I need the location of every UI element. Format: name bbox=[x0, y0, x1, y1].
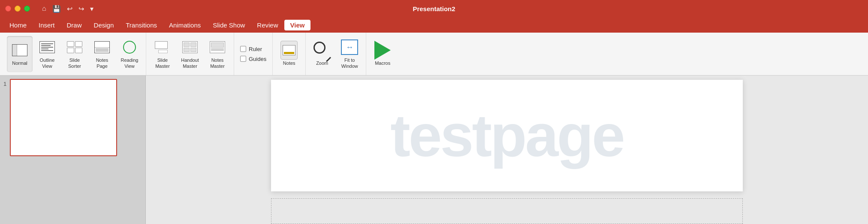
notes-page-button[interactable]: NotesPage bbox=[89, 36, 115, 72]
slide-canvas: testpage bbox=[146, 76, 868, 224]
outline-view-label: OutlineView bbox=[40, 58, 55, 69]
checkbox-group: Ruler Guides bbox=[238, 36, 269, 72]
notes-bar bbox=[284, 52, 294, 54]
notes-master-button[interactable]: NotesMaster bbox=[205, 36, 230, 72]
reading-view-button[interactable]: ReadingView bbox=[117, 36, 142, 72]
play-triangle bbox=[374, 41, 391, 60]
fit-window-shape bbox=[341, 39, 358, 55]
undo-icon[interactable]: ↩ bbox=[67, 5, 72, 13]
redo-icon[interactable]: ↪ bbox=[78, 5, 84, 13]
guides-checkbox[interactable]: Guides bbox=[240, 56, 266, 62]
menu-view[interactable]: View bbox=[284, 20, 311, 30]
slide-thumb-wrapper: 1 bbox=[3, 79, 142, 156]
notes-inner-shape bbox=[283, 45, 295, 55]
macros-icon-shape bbox=[374, 42, 391, 59]
home-icon[interactable]: ⌂ bbox=[42, 5, 46, 12]
notes-page-label: NotesPage bbox=[96, 58, 108, 69]
minimize-button[interactable] bbox=[15, 6, 21, 12]
close-button[interactable] bbox=[5, 6, 11, 12]
reading-view-label: ReadingView bbox=[121, 58, 139, 69]
slide-panel: 1 bbox=[0, 76, 146, 224]
main-area: 1 testpage bbox=[0, 76, 868, 224]
macros-icon bbox=[374, 42, 391, 59]
notes-button[interactable]: Notes bbox=[276, 36, 302, 72]
normal-button[interactable]: Normal bbox=[7, 36, 33, 72]
title-bar: ⌂ 💾 ↩ ↪ ▾ Presentation2 bbox=[0, 0, 868, 17]
slide-master-shape bbox=[155, 41, 170, 53]
zoom-icon bbox=[313, 42, 331, 59]
outline-icon-shape bbox=[39, 41, 55, 53]
magnify-circle bbox=[313, 42, 326, 54]
traffic-lights bbox=[5, 6, 30, 12]
menu-draw[interactable]: Draw bbox=[61, 20, 88, 30]
menu-insert[interactable]: Insert bbox=[33, 20, 61, 30]
slide-master-button[interactable]: SlideMaster bbox=[150, 36, 175, 72]
menu-bar: Home Insert Draw Design Transitions Anim… bbox=[0, 17, 868, 33]
slide-sorter-shape bbox=[67, 41, 82, 53]
ruler-checkbox-box[interactable] bbox=[240, 46, 246, 52]
guides-label: Guides bbox=[249, 56, 266, 62]
handout-master-icon bbox=[181, 39, 199, 56]
slide-watermark: testpage bbox=[390, 101, 624, 170]
fit-to-window-icon bbox=[341, 39, 358, 56]
zoom-button[interactable]: Zoom bbox=[309, 36, 335, 72]
ruler-label: Ruler bbox=[249, 46, 262, 52]
outline-view-icon bbox=[39, 39, 56, 56]
notes-page-shape bbox=[94, 41, 110, 53]
notes-icon-shape bbox=[280, 41, 298, 60]
notes-master-icon bbox=[209, 39, 226, 56]
slide-number: 1 bbox=[3, 79, 6, 87]
maximize-button[interactable] bbox=[24, 6, 30, 12]
notes-text-area[interactable] bbox=[271, 198, 743, 224]
macros-button[interactable]: Macros bbox=[370, 36, 395, 72]
normal-label: Normal bbox=[12, 61, 27, 66]
outline-view-button[interactable]: OutlineView bbox=[34, 36, 60, 72]
customize-icon[interactable]: ▾ bbox=[90, 5, 93, 13]
slide-sorter-label: SlideSorter bbox=[68, 58, 81, 69]
title-bar-controls: ⌂ 💾 ↩ ↪ ▾ bbox=[42, 5, 93, 13]
menu-slideshow[interactable]: Slide Show bbox=[207, 20, 251, 30]
slide-thumbnail[interactable] bbox=[10, 79, 117, 156]
zoom-icon-shape bbox=[313, 42, 331, 59]
menu-review[interactable]: Review bbox=[251, 20, 284, 30]
fit-to-window-label: Fit toWindow bbox=[341, 58, 358, 69]
fit-arrows bbox=[343, 41, 356, 53]
notes-icon bbox=[280, 42, 298, 59]
menu-design[interactable]: Design bbox=[88, 20, 120, 30]
macros-label: Macros bbox=[375, 61, 390, 66]
show-group: Ruler Guides bbox=[234, 33, 273, 75]
macros-group: Macros bbox=[366, 33, 399, 75]
handout-master-shape bbox=[182, 41, 198, 53]
menu-animations[interactable]: Animations bbox=[163, 20, 207, 30]
presentation-views-group: Normal OutlineView bbox=[3, 33, 146, 75]
guides-checkbox-box[interactable] bbox=[240, 56, 246, 62]
slide-master-label: SlideMaster bbox=[155, 58, 170, 69]
notes-label: Notes bbox=[283, 61, 295, 66]
window-title: Presentation2 bbox=[413, 5, 455, 12]
zoom-group: Zoom Fit toWindow bbox=[306, 33, 366, 75]
toolbar: Normal OutlineView bbox=[0, 33, 868, 76]
notes-toolbar-group: Notes bbox=[273, 33, 306, 75]
slide-sorter-button[interactable]: SlideSorter bbox=[62, 36, 87, 72]
slide-main[interactable]: testpage bbox=[271, 80, 743, 191]
slide-master-icon bbox=[154, 39, 171, 56]
handout-master-button[interactable]: HandoutMaster bbox=[177, 36, 203, 72]
menu-home[interactable]: Home bbox=[3, 20, 33, 30]
menu-transitions[interactable]: Transitions bbox=[120, 20, 163, 30]
normal-icon-shape bbox=[12, 44, 27, 56]
notes-master-shape bbox=[210, 41, 225, 53]
master-views-group: SlideMaster HandoutMaster bbox=[146, 33, 234, 75]
handout-master-label: HandoutMaster bbox=[181, 58, 199, 69]
normal-icon bbox=[11, 42, 28, 59]
ruler-checkbox[interactable]: Ruler bbox=[240, 46, 266, 52]
notes-master-label: NotesMaster bbox=[210, 58, 225, 69]
magnify-handle bbox=[326, 57, 331, 62]
slide-sorter-icon bbox=[66, 39, 83, 56]
reading-icon-shape bbox=[123, 41, 136, 54]
notes-page-icon bbox=[93, 39, 111, 56]
save-icon[interactable]: 💾 bbox=[52, 5, 61, 13]
reading-view-icon bbox=[121, 39, 138, 56]
fit-to-window-button[interactable]: Fit toWindow bbox=[337, 36, 362, 72]
